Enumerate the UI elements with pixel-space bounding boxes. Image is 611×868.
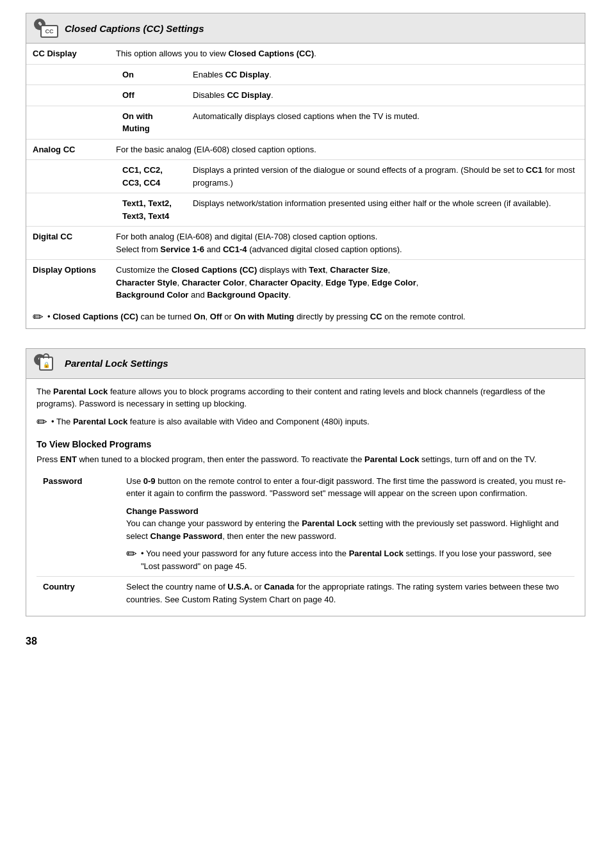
parental-lock-header: ✎ 🔒 Parental Lock Settings xyxy=(26,349,585,379)
text1-4-desc: Displays network/station information pre… xyxy=(186,193,585,227)
analog-cc-label: Analog CC xyxy=(26,139,110,160)
parental-lock-content: The Parental Lock feature allows you to … xyxy=(26,379,585,616)
lock-icon: ✎ 🔒 xyxy=(34,354,58,373)
pencil-icon-3: ✏ xyxy=(126,547,137,560)
off-desc: Disables CC Display. xyxy=(186,85,585,106)
cc-settings-section: ✎ CC Closed Captions (CC) Settings CC Di… xyxy=(26,13,585,329)
table-row: On Enables CC Display. xyxy=(26,64,585,85)
country-desc: Select the country name of U.S.A. or Can… xyxy=(120,577,574,610)
parental-note1: • The Parental Lock feature is also avai… xyxy=(51,415,370,428)
password-note: • You need your password for any future … xyxy=(141,547,568,572)
lock-shackle xyxy=(43,353,49,358)
cc-note-box: ✏ • Closed Captions (CC) can be turned O… xyxy=(26,305,585,328)
change-password-desc: You can change your password by entering… xyxy=(126,517,568,542)
parental-settings-table: Password Use 0-9 button on the remote co… xyxy=(37,471,574,610)
digital-cc-label: Digital CC xyxy=(26,227,110,260)
cc-settings-table: CC Display This option allows you to vie… xyxy=(26,44,585,305)
password-label: Password xyxy=(37,471,120,577)
cc1-4-label: CC1, CC2,CC3, CC4 xyxy=(110,160,186,193)
parental-intro: The Parental Lock feature allows you to … xyxy=(37,385,574,410)
cc-display-desc: This option allows you to view Closed Ca… xyxy=(110,44,585,64)
table-row: Country Select the country name of U.S.A… xyxy=(37,577,574,610)
table-row: Text1, Text2,Text3, Text4 Displays netwo… xyxy=(26,193,585,227)
parental-lock-section: ✎ 🔒 Parental Lock Settings The Parental … xyxy=(26,348,585,617)
cc-display-label: CC Display xyxy=(26,44,110,64)
table-row: Digital CC For both analog (EIA-608) and… xyxy=(26,227,585,260)
cc-settings-header: ✎ CC Closed Captions (CC) Settings xyxy=(26,13,585,44)
display-options-label: Display Options xyxy=(26,260,110,305)
on-label: On xyxy=(110,64,186,85)
table-row: Display Options Customize the Closed Cap… xyxy=(26,260,585,305)
change-password-title: Change Password xyxy=(126,505,568,518)
table-row: Analog CC For the basic analog (EIA-608)… xyxy=(26,139,585,160)
on-muting-desc: Automatically displays closed captions w… xyxy=(186,106,585,139)
country-label: Country xyxy=(37,577,120,610)
on-muting-label: On with Muting xyxy=(110,106,186,139)
table-row: Off Disables CC Display. xyxy=(26,85,585,106)
table-row: CC Display This option allows you to vie… xyxy=(26,44,585,64)
password-desc: Use 0-9 button on the remote control to … xyxy=(120,471,574,577)
table-row: CC1, CC2,CC3, CC4 Displays a printed ver… xyxy=(26,160,585,193)
digital-cc-desc: For both analog (EIA-608) and digital (E… xyxy=(110,227,585,260)
cc-settings-title: Closed Captions (CC) Settings xyxy=(65,23,204,34)
cc-icon: ✎ CC xyxy=(34,19,58,38)
text1-4-label: Text1, Text2,Text3, Text4 xyxy=(110,193,186,227)
parental-note1-box: ✏ • The Parental Lock feature is also av… xyxy=(37,415,574,432)
cc1-4-desc: Displays a printed version of the dialog… xyxy=(186,160,585,193)
table-row: Password Use 0-9 button on the remote co… xyxy=(37,471,574,577)
pencil-icon-2: ✏ xyxy=(37,415,47,428)
parental-lock-title: Parental Lock Settings xyxy=(65,358,168,369)
password-note-box: ✏ • You need your password for any futur… xyxy=(126,547,568,572)
display-options-desc: Customize the Closed Captions (CC) displ… xyxy=(110,260,585,305)
page-number: 38 xyxy=(26,636,585,647)
cc-note-text: • Closed Captions (CC) can be turned On,… xyxy=(47,310,466,323)
cc-icon-box: CC xyxy=(40,25,58,38)
lock-icon-box: 🔒 xyxy=(39,357,53,371)
pencil-icon: ✏ xyxy=(33,310,44,323)
on-desc: Enables CC Display. xyxy=(186,64,585,85)
table-row: On with Muting Automatically displays cl… xyxy=(26,106,585,139)
blocked-programs-title: To View Blocked Programs xyxy=(37,439,574,449)
blocked-programs-desc: Press ENT when tuned to a blocked progra… xyxy=(37,453,574,466)
off-label: Off xyxy=(110,85,186,106)
analog-cc-desc: For the basic analog (EIA-608) closed ca… xyxy=(110,139,585,160)
